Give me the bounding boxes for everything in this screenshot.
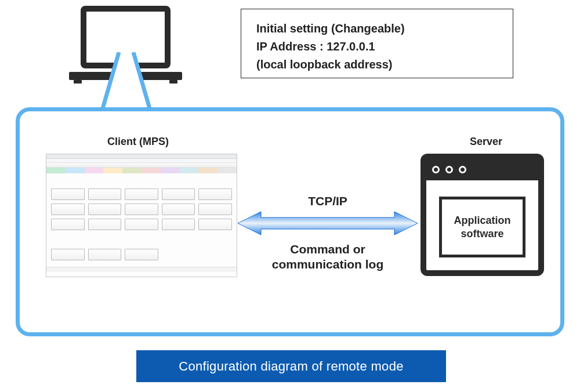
diagram-stage: Initial setting (Changeable) IP Address … (0, 0, 580, 392)
client-label: Client (MPS) (107, 136, 169, 148)
tcpip-arrow: TCP/IP Command orcommunication log (238, 194, 418, 270)
caption-bar: Configuration diagram of remote mode (136, 350, 446, 382)
server-window-icon: Applicationsoftware (420, 154, 544, 276)
laptop-icon (69, 6, 182, 90)
double-arrow-icon (238, 210, 418, 236)
server-content-label: Applicationsoftware (439, 197, 525, 257)
settings-box: Initial setting (Changeable) IP Address … (241, 9, 513, 78)
svg-marker-0 (238, 212, 418, 235)
settings-line-1: Initial setting (Changeable) (256, 20, 498, 38)
server-label: Server (470, 136, 502, 148)
settings-line-3: (local loopback address) (256, 56, 498, 74)
arrow-label-bottom: Command orcommunication log (238, 242, 418, 273)
settings-line-2: IP Address : 127.0.0.1 (256, 38, 498, 56)
arrow-label-top: TCP/IP (238, 194, 418, 208)
client-mps-screenshot (46, 154, 237, 277)
